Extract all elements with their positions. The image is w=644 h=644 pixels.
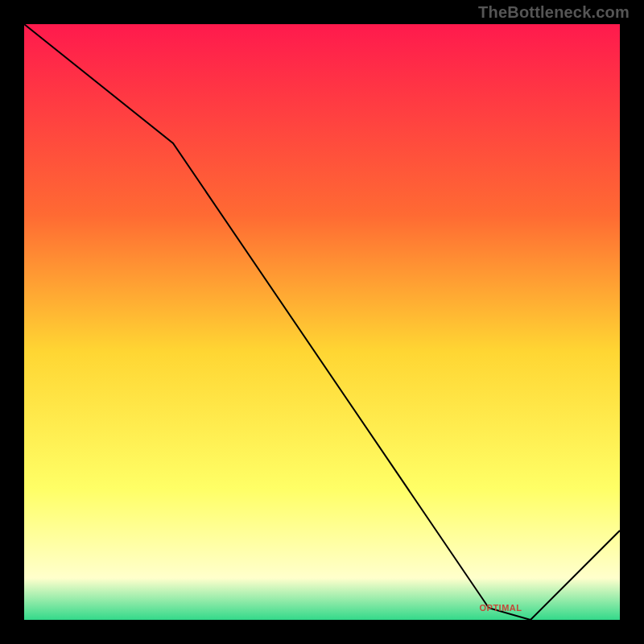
optimal-label: OPTIMAL — [480, 603, 522, 613]
plot-area: OPTIMAL — [24, 24, 620, 620]
chart-svg: OPTIMAL — [24, 24, 620, 620]
chart-frame: TheBottleneck.com OPTIMAL — [0, 0, 644, 644]
watermark-label: TheBottleneck.com — [478, 3, 630, 22]
gradient-background — [24, 24, 620, 620]
